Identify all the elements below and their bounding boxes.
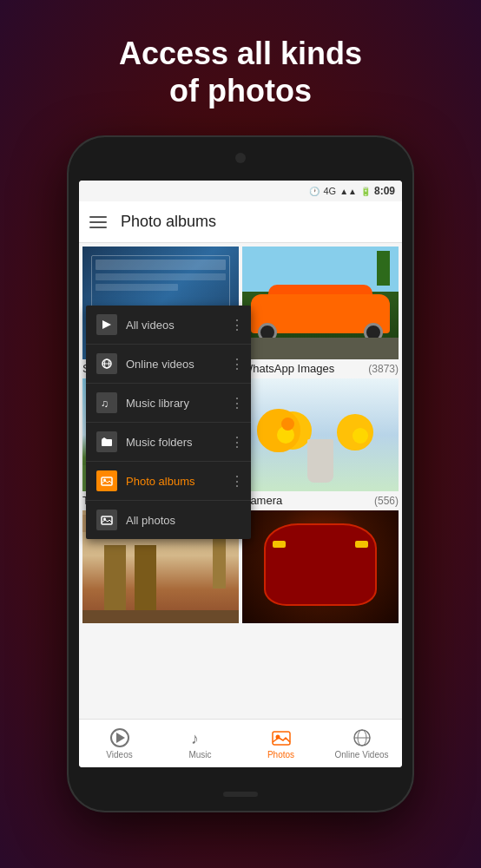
svg-rect-11: [273, 732, 290, 745]
play-icon: [109, 727, 130, 748]
menu-label-photo-albums: Photo albums: [126, 475, 195, 488]
nav-item-photos[interactable]: Photos: [240, 720, 321, 767]
network-badge: 4G: [323, 186, 336, 196]
speaker: [223, 792, 258, 797]
svg-text:♫: ♫: [101, 398, 109, 409]
menu-item-photo-albums[interactable]: Photo albums ⋮: [86, 462, 251, 501]
menu-icon-music-folders: [96, 431, 117, 452]
status-bar: 🕐 4G ▲▲ 🔋 8:09: [79, 181, 402, 201]
more-icon-music-library: ⋮: [230, 395, 244, 411]
menu-label-music-library: Music library: [126, 397, 189, 410]
dropdown-menu: All videos ⋮ Online videos ⋮ ♫ Music lib…: [86, 306, 251, 539]
nav-label-music: Music: [188, 750, 211, 760]
album-count-camera: (556): [374, 495, 399, 507]
time-display: 8:09: [374, 185, 395, 197]
battery-icon: 🔋: [360, 187, 371, 196]
status-clock-icon: 🕐: [309, 187, 320, 196]
nav-label-photos: Photos: [267, 750, 294, 760]
headline-line2: of photos: [169, 73, 312, 108]
album-count-whatsapp: (3873): [368, 363, 399, 375]
toolbar-title: Photo albums: [121, 213, 216, 231]
menu-icon-music-library: ♫: [96, 392, 117, 413]
phone-screen: 🕐 4G ▲▲ 🔋 8:09 Photo albums All videos: [79, 181, 402, 767]
svg-marker-0: [102, 320, 111, 329]
album-name-whatsapp: WhatsApp Images: [242, 362, 334, 375]
menu-icon-photo-albums: [96, 470, 117, 491]
menu-icon-all-videos: [96, 314, 117, 335]
more-icon-online-videos: ⋮: [230, 356, 244, 372]
menu-label-all-videos: All videos: [126, 319, 175, 332]
menu-item-all-videos[interactable]: All videos ⋮: [86, 306, 251, 345]
menu-icon-online-videos: [96, 353, 117, 374]
phone-mockup: 🕐 4G ▲▲ 🔋 8:09 Photo albums All videos: [67, 135, 414, 812]
menu-icon-all-photos: [96, 510, 117, 530]
menu-label-all-photos: All photos: [126, 514, 175, 527]
headline-line1: Access all kinds: [119, 36, 362, 71]
nav-label-online-videos: Online Videos: [334, 750, 388, 760]
globe-icon: [352, 727, 372, 748]
album-whatsapp[interactable]: WhatsApp Images (3873): [242, 247, 399, 375]
toolbar: Photo albums: [79, 201, 402, 243]
more-icon-music-folders: ⋮: [230, 434, 244, 450]
more-icon-all-videos: ⋮: [230, 317, 244, 333]
thumb-ironman: [242, 510, 399, 623]
hamburger-menu[interactable]: [89, 216, 107, 228]
menu-item-music-library[interactable]: ♫ Music library ⋮: [86, 384, 251, 423]
menu-item-online-videos[interactable]: Online videos ⋮: [86, 345, 251, 384]
bottom-navigation: Videos ♪ Music: [79, 719, 402, 767]
headline: Access all kinds of photos: [84, 0, 397, 127]
photo-icon: [271, 727, 292, 748]
nav-item-videos[interactable]: Videos: [79, 720, 160, 767]
svg-rect-5: [102, 439, 112, 446]
thumb-flowers: [242, 378, 399, 491]
nav-label-videos: Videos: [106, 750, 132, 760]
svg-text:♪: ♪: [191, 730, 199, 747]
more-icon-photo-albums: ⋮: [230, 473, 244, 490]
nav-item-online-videos[interactable]: Online Videos: [321, 720, 402, 767]
album-ironman[interactable]: [242, 510, 399, 623]
album-camera[interactable]: Camera (556): [242, 378, 399, 507]
signal-icon: ▲▲: [339, 187, 357, 196]
camera-dot: [235, 153, 246, 163]
menu-label-music-folders: Music folders: [126, 436, 193, 449]
music-icon: ♪: [190, 727, 211, 748]
menu-item-all-photos[interactable]: All photos: [86, 501, 251, 539]
thumb-car: [242, 247, 399, 359]
nav-item-music[interactable]: ♪ Music: [160, 720, 240, 767]
menu-item-music-folders[interactable]: Music folders ⋮: [86, 423, 251, 462]
menu-label-online-videos: Online videos: [126, 358, 194, 371]
